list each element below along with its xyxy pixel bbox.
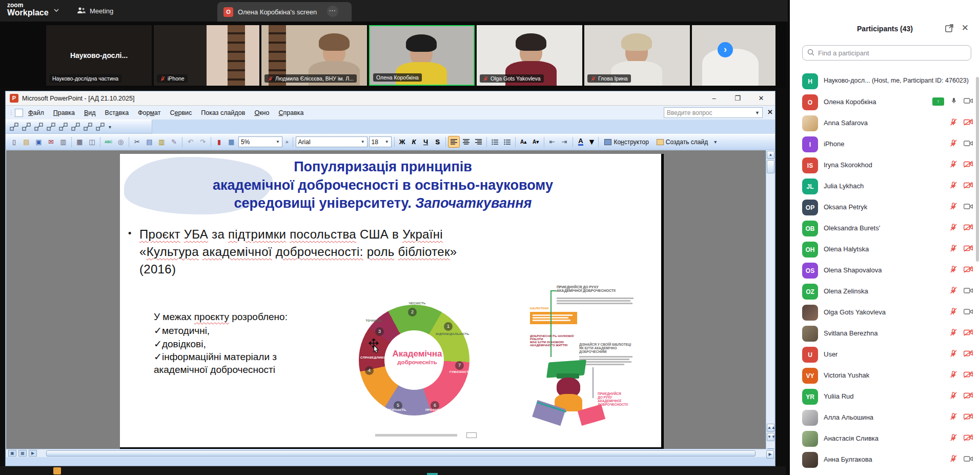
video-tile[interactable]: Глова Ірина bbox=[584, 25, 690, 86]
tab-more-button[interactable]: ⋯ bbox=[327, 6, 338, 17]
normal-view-button[interactable]: ▣ bbox=[8, 450, 16, 457]
align-right-button[interactable] bbox=[473, 136, 484, 147]
align-left-button[interactable] bbox=[448, 136, 459, 147]
participant-row[interactable]: HНауково-досл... (Host, me, Participant … bbox=[790, 71, 980, 92]
participant-row[interactable]: Svitlana Berezhna bbox=[790, 323, 980, 344]
participant-row[interactable]: YRYuliia Rud bbox=[790, 386, 980, 407]
next-videos-button[interactable]: › bbox=[718, 42, 733, 57]
diagram-tool-icon[interactable] bbox=[9, 122, 19, 132]
standard-tool-icon[interactable]: ▯ bbox=[9, 136, 19, 147]
standard-tool-icon[interactable]: ↶ bbox=[185, 136, 196, 147]
decrease-font-button[interactable]: A▾ bbox=[530, 136, 541, 147]
menu-Файл[interactable]: Файл bbox=[24, 108, 48, 118]
previous-slide-button[interactable]: ▲▲ bbox=[767, 424, 774, 432]
tab-meeting[interactable]: Meeting bbox=[72, 0, 118, 22]
standard-tool-icon[interactable]: ✂ bbox=[132, 136, 142, 147]
standard-tool-icon[interactable]: ▤ bbox=[144, 136, 155, 147]
standard-tool-icon[interactable]: ABC bbox=[103, 136, 114, 147]
close-panel-icon[interactable]: ✕ bbox=[962, 23, 969, 33]
increase-font-button[interactable]: A▴ bbox=[518, 136, 529, 147]
video-tile[interactable]: Olga Gots Yakovleva bbox=[477, 25, 582, 86]
menu-Справка[interactable]: Справка bbox=[274, 108, 308, 118]
menu-Формат[interactable]: Формат bbox=[134, 108, 165, 118]
video-tile[interactable]: iPhone bbox=[154, 25, 259, 86]
panel-scrollbar-thumb[interactable] bbox=[976, 77, 979, 262]
vertical-scrollbar[interactable]: ▲ ▲▲ ▼▼ ▼ bbox=[766, 150, 774, 457]
chevron-down-icon[interactable] bbox=[53, 7, 59, 13]
decrease-indent-button[interactable]: ⇤ bbox=[547, 136, 558, 147]
participant-row[interactable]: IiPhone bbox=[790, 134, 980, 155]
shadow-button[interactable]: S bbox=[433, 138, 443, 146]
video-tile[interactable]: Олена Коробкіна bbox=[369, 25, 475, 86]
participant-row[interactable]: ISIryna Skorokhod bbox=[790, 155, 980, 176]
ppt-minimize-button[interactable]: – bbox=[702, 91, 726, 105]
scroll-right-button[interactable]: ▶ bbox=[766, 450, 774, 459]
horizontal-scrollbar-thumb[interactable] bbox=[46, 450, 756, 457]
font-name-combo[interactable]: Arial▼ bbox=[296, 136, 368, 147]
ppt-restore-button[interactable]: ❐ bbox=[726, 91, 749, 105]
bulleted-list-button[interactable] bbox=[502, 136, 513, 147]
participant-row[interactable]: Anna Safarova bbox=[790, 113, 980, 134]
powerpoint-titlebar[interactable]: P Microsoft PowerPoint - [АД 21.10.2025]… bbox=[6, 91, 775, 106]
question-input[interactable]: Введите вопрос ▼ bbox=[664, 107, 763, 118]
standard-tool-icon[interactable]: ◫ bbox=[87, 136, 97, 147]
standard-tool-icon[interactable]: ▥ bbox=[58, 136, 69, 147]
participant-row[interactable]: Анастасія Сливка bbox=[790, 428, 980, 449]
new-slide-button[interactable]: Создать слайд bbox=[654, 136, 711, 148]
diagram-tool-icon[interactable] bbox=[58, 122, 69, 132]
menu-Правка[interactable]: Правка bbox=[49, 108, 79, 118]
toolbar-overflow-icon[interactable]: » bbox=[284, 139, 290, 145]
next-slide-button[interactable]: ▼▼ bbox=[767, 433, 774, 441]
participant-row[interactable]: OPOksana Petryk bbox=[790, 197, 980, 218]
video-tile-partial[interactable] bbox=[692, 25, 775, 86]
menu-Вставка[interactable]: Вставка bbox=[101, 108, 133, 118]
diagram-tool-icon[interactable] bbox=[33, 122, 44, 132]
participant-row[interactable]: Алла Альошина bbox=[790, 407, 980, 428]
menu-Вид[interactable]: Вид bbox=[80, 108, 100, 118]
font-size-combo[interactable]: 18▼ bbox=[369, 136, 392, 147]
diagram-tool-icon[interactable] bbox=[21, 122, 32, 132]
participant-row[interactable]: OHOlena Halytska bbox=[790, 239, 980, 260]
standard-tool-icon[interactable]: ✉ bbox=[46, 136, 56, 147]
font-dropdown-icon[interactable]: ▼ bbox=[359, 140, 365, 144]
diagram-tool-icon[interactable] bbox=[70, 122, 81, 132]
font-color-dropdown-icon[interactable]: ▼ bbox=[588, 137, 596, 147]
participant-row[interactable]: OBOleksandra Burets' bbox=[790, 218, 980, 239]
question-dropdown-icon[interactable]: ▼ bbox=[755, 110, 760, 115]
document-close-button[interactable]: ✕ bbox=[767, 108, 773, 116]
italic-button[interactable]: К bbox=[409, 138, 419, 146]
participant-row[interactable]: UUser bbox=[790, 344, 980, 365]
standard-tool-icon[interactable]: ▥ bbox=[156, 136, 167, 147]
video-tile[interactable]: Науково-дослі...Науково-дослідна частина bbox=[46, 25, 152, 86]
participant-row[interactable]: VYVictoria Yushak bbox=[790, 365, 980, 386]
slide-sorter-view-button[interactable]: ▦ bbox=[18, 450, 27, 457]
participant-row[interactable]: OZOlena Zelinska bbox=[790, 281, 980, 302]
scrollbar-thumb[interactable] bbox=[767, 160, 774, 173]
taskbar-app-icon[interactable] bbox=[53, 467, 61, 474]
toolbar-overflow-icon[interactable]: ▾ bbox=[712, 139, 718, 145]
standard-tool-icon[interactable]: ↷ bbox=[197, 136, 208, 147]
slide-canvas[interactable]: Популяризація принципів академічної добр… bbox=[120, 154, 664, 451]
menu-Сервис[interactable]: Сервис bbox=[166, 108, 196, 118]
video-tile[interactable]: Людмила Єлісєєва, ВНУ ім. Л... bbox=[261, 25, 367, 86]
menu-Окно[interactable]: Окно bbox=[250, 108, 273, 118]
popout-icon[interactable] bbox=[945, 24, 954, 33]
font-color-button[interactable]: A bbox=[576, 136, 586, 147]
scroll-up-button[interactable]: ▲ bbox=[767, 151, 774, 159]
bold-button[interactable]: Ж bbox=[397, 138, 407, 146]
participant-search-input[interactable]: Find a participant bbox=[802, 45, 971, 61]
underline-button[interactable]: Ч bbox=[421, 138, 431, 146]
participant-row[interactable]: JLJulia Lykhach bbox=[790, 176, 980, 197]
align-center-button[interactable] bbox=[461, 136, 472, 147]
participant-row[interactable]: Анна Булгакова bbox=[790, 449, 980, 470]
increase-indent-button[interactable]: ⇥ bbox=[559, 136, 570, 147]
numbered-list-button[interactable] bbox=[489, 136, 500, 147]
standard-tool-icon[interactable]: ▮ bbox=[214, 136, 224, 147]
diagram-tool-icon[interactable] bbox=[46, 122, 56, 132]
standard-tool-icon[interactable]: ▦ bbox=[74, 136, 85, 147]
participant-row[interactable]: Olga Gots Yakovleva bbox=[790, 302, 980, 323]
standard-tool-icon[interactable]: ▤ bbox=[21, 136, 32, 147]
standard-tool-icon[interactable]: ✎ bbox=[169, 136, 179, 147]
standard-tool-icon[interactable]: ▦ bbox=[226, 136, 237, 147]
standard-tool-icon[interactable]: ◎ bbox=[115, 136, 126, 147]
